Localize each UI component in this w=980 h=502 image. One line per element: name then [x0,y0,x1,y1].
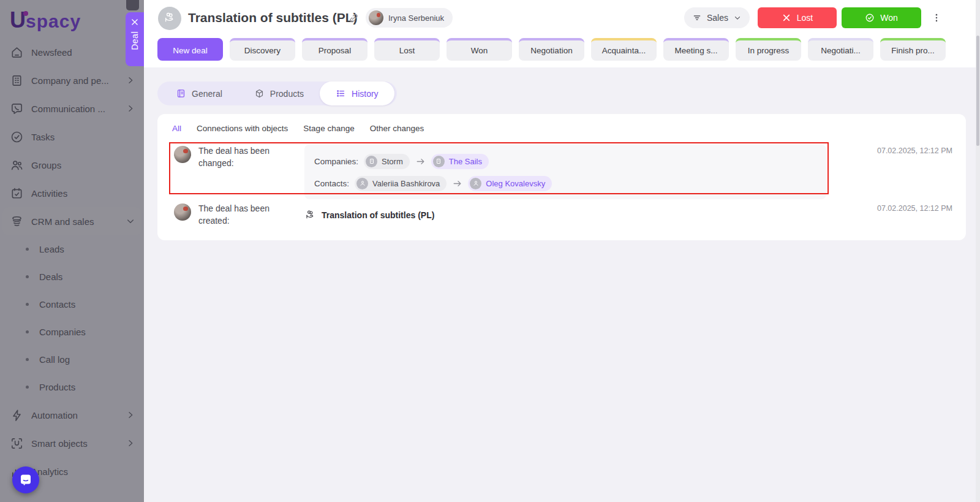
change-row-companies: Companies: Storm The Sails [314,153,816,170]
page-title: Translation of subtitles (PL) [188,10,358,25]
products-icon [254,88,265,99]
stage-acquaintance[interactable]: Acquainta... [591,38,657,61]
general-icon [176,88,186,99]
event-action: The deal has been created: [198,202,289,227]
history-event-changed: The deal has been changed: Companies: St… [174,145,826,199]
scrollbar [976,0,980,502]
filter-other-changes[interactable]: Other changes [370,124,424,133]
stage-negotiation-2[interactable]: Negotiati... [808,38,873,61]
stage-won[interactable]: Won [447,38,512,61]
hand-coins-icon [163,12,176,25]
filter-connections[interactable]: Connections with objects [197,124,288,133]
company-pill-from[interactable]: Storm [364,154,410,169]
arrow-right-icon [415,156,426,167]
company-pill-to[interactable]: The Sails [431,154,489,169]
contact-icon [356,178,368,189]
stage-new-deal[interactable]: New deal [157,38,223,61]
event-timestamp: 07.02.2025, 12:12 PM [877,204,952,213]
app: U spacy Newsfeed Company and pe... Commu… [0,0,980,502]
change-details-panel: Companies: Storm The Sails Contacts: [304,145,826,199]
avatar [174,203,191,221]
deal-panel: Deal Translation of subtitles (PL) Iryna… [144,0,980,502]
history-filters: All Connections with objects Stage chang… [172,124,424,133]
company-icon [366,156,377,167]
x-icon [782,13,791,23]
chat-launcher-button[interactable] [12,466,39,493]
stage-lost[interactable]: Lost [374,38,440,61]
check-circle-icon [865,13,875,23]
history-event-created: The deal has been created: Translation o… [174,202,434,227]
contact-pill-to[interactable]: Oleg Kovalevsky [468,176,552,191]
chat-bubble-icon [18,473,33,487]
more-menu-button[interactable] [930,11,943,25]
kebab-icon [931,12,942,23]
deal-type-avatar [158,7,181,30]
funnel-label: Sales [707,13,728,23]
tab-general[interactable]: General [160,82,238,105]
stage-discovery[interactable]: Discovery [230,38,295,61]
stage-in-progress[interactable]: In progress [736,38,801,61]
collapsed-element [126,0,139,10]
filter-all[interactable]: All [172,124,181,133]
copy-link-icon[interactable] [348,12,360,24]
company-icon [433,156,445,167]
won-button[interactable]: Won [842,7,921,28]
change-row-contacts: Contacts: Valeriia Bashkirova Oleg Koval… [314,175,816,192]
pipeline-stages: New deal Discovery Proposal Lost Won Neg… [157,38,946,61]
close-icon[interactable] [130,18,139,26]
history-card: All Connections with objects Stage chang… [157,114,966,240]
arrow-right-icon [452,178,462,189]
deal-side-tab[interactable]: Deal [126,12,144,66]
filter-stage-change[interactable]: Stage change [303,124,354,133]
contact-icon [470,178,481,189]
hand-coins-icon [304,210,316,221]
tab-history[interactable]: History [320,82,394,105]
created-deal-title: Translation of subtitles (PL) [322,210,434,220]
funnel-selector[interactable]: Sales [684,7,750,28]
stage-proposal[interactable]: Proposal [302,38,368,61]
modal-dim-overlay [0,0,144,502]
contact-pill-from[interactable]: Valeriia Bashkirova [355,176,447,191]
created-deal-link[interactable]: Translation of subtitles (PL) [304,203,434,227]
filter-icon [692,13,702,23]
event-action: The deal has been changed: [198,145,289,199]
avatar [369,10,383,25]
avatar [174,146,191,163]
deal-header: Translation of subtitles (PL) Iryna Serb… [144,0,980,67]
deal-tabs: General Products History [157,82,397,105]
stage-finish[interactable]: Finish pro... [880,38,946,61]
scrollbar-thumb[interactable] [976,36,979,146]
event-timestamp: 07.02.2025, 12:12 PM [877,146,952,155]
tab-products[interactable]: Products [238,82,320,105]
owner-name: Iryna Serbeniuk [388,13,444,23]
stage-meeting[interactable]: Meeting s... [663,38,729,61]
lost-button[interactable]: Lost [758,7,837,28]
stage-negotiation[interactable]: Negotiation [519,38,584,61]
owner-chip[interactable]: Iryna Serbeniuk [366,8,453,28]
chevron-down-icon [733,13,742,22]
deal-tab-label: Deal [130,31,140,50]
history-icon [336,88,346,99]
